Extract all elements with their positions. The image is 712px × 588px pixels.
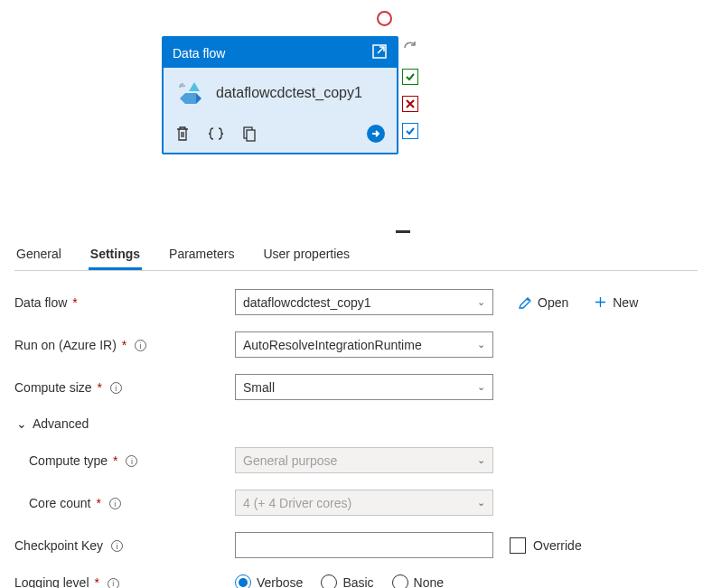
status-success-icon[interactable] [402, 69, 418, 85]
select-compute-size-value: Small [243, 380, 275, 395]
select-dataflow-value: dataflowcdctest_copy1 [243, 295, 371, 310]
select-compute-type-value: General purpose [243, 453, 337, 468]
row-run-on: Run on (Azure IR) * i AutoResolveIntegra… [14, 331, 698, 358]
card-header: Data flow [164, 38, 397, 68]
tab-general[interactable]: General [14, 241, 63, 270]
card-header-label: Data flow [173, 46, 225, 61]
activity-name: dataflowcdctest_copy1 [216, 85, 362, 101]
redo-icon[interactable] [402, 40, 418, 58]
chevron-down-icon: ⌄ [477, 497, 485, 509]
resize-handle[interactable] [396, 230, 410, 233]
row-checkpoint: Checkpoint Key i Override [14, 532, 698, 558]
radio-circle-icon [235, 574, 251, 588]
label-dataflow: Data flow * [14, 295, 235, 310]
advanced-toggle[interactable]: ⌄ Advanced [16, 416, 698, 431]
info-icon[interactable]: i [108, 578, 119, 589]
arrow-right-circle-icon[interactable] [366, 124, 386, 144]
select-core-count: 4 (+ 4 Driver cores) ⌄ [235, 490, 493, 516]
dataflow-icon [174, 77, 207, 109]
chevron-down-icon: ⌄ [16, 416, 27, 431]
label-compute-size: Compute size * i [14, 380, 235, 395]
chevron-down-icon: ⌄ [477, 454, 485, 466]
dataflow-activity-card[interactable]: Data flow dataflowcdctest_copy1 [162, 36, 398, 154]
info-icon[interactable]: i [111, 540, 123, 552]
radio-circle-icon [321, 574, 337, 588]
radio-none[interactable]: None [392, 574, 444, 588]
select-run-on[interactable]: AutoResolveIntegrationRuntime ⌄ [235, 331, 493, 358]
delete-icon[interactable] [174, 125, 191, 143]
status-fail-icon[interactable] [402, 96, 418, 112]
label-run-on: Run on (Azure IR) * i [14, 338, 235, 352]
row-core-count: Core count * i 4 (+ 4 Driver cores) ⌄ [14, 490, 698, 516]
row-compute-type: Compute type * i General purpose ⌄ [14, 447, 698, 473]
select-compute-size[interactable]: Small ⌄ [235, 374, 493, 400]
annotation-circle [377, 11, 392, 26]
card-footer [164, 118, 397, 153]
open-button[interactable]: Open [519, 295, 568, 310]
select-dataflow[interactable]: dataflowcdctest_copy1 ⌄ [235, 289, 493, 315]
chevron-down-icon: ⌄ [477, 296, 485, 308]
label-compute-type: Compute type * i [14, 453, 235, 468]
label-logging: Logging level * i [14, 575, 235, 588]
tab-parameters[interactable]: Parameters [167, 241, 236, 270]
open-external-icon[interactable] [371, 43, 388, 62]
select-compute-type: General purpose ⌄ [235, 447, 493, 473]
label-override: Override [533, 538, 582, 553]
row-logging: Logging level * i Verbose Basic None [14, 574, 698, 588]
radio-circle-icon [392, 574, 408, 588]
chevron-down-icon: ⌄ [477, 381, 485, 393]
activity-canvas: Data flow dataflowcdctest_copy1 [162, 36, 398, 154]
settings-form: Data flow * dataflowcdctest_copy1 ⌄ Open… [14, 289, 698, 588]
card-body: dataflowcdctest_copy1 [164, 68, 397, 118]
info-icon[interactable]: i [135, 340, 146, 351]
checkbox-override[interactable] [510, 537, 526, 554]
status-check-icon[interactable] [402, 123, 418, 139]
info-icon[interactable]: i [110, 382, 122, 394]
info-icon[interactable]: i [126, 455, 137, 467]
radio-basic[interactable]: Basic [321, 574, 373, 588]
info-icon[interactable]: i [109, 498, 121, 509]
copy-icon[interactable] [241, 125, 258, 143]
row-compute-size: Compute size * i Small ⌄ [14, 374, 698, 400]
tab-user-properties[interactable]: User properties [261, 241, 351, 270]
input-checkpoint-key[interactable] [235, 532, 493, 558]
select-core-count-value: 4 (+ 4 Driver cores) [243, 496, 351, 510]
radio-verbose[interactable]: Verbose [235, 574, 303, 588]
select-run-on-value: AutoResolveIntegrationRuntime [243, 338, 422, 352]
row-dataflow: Data flow * dataflowcdctest_copy1 ⌄ Open… [14, 289, 698, 315]
tab-bar: General Settings Parameters User propert… [14, 241, 698, 271]
radio-group-logging: Verbose Basic None [235, 574, 444, 588]
status-indicators [402, 40, 418, 139]
svg-rect-2 [247, 130, 255, 141]
label-checkpoint: Checkpoint Key i [14, 538, 235, 553]
new-button[interactable]: New [594, 295, 638, 310]
tab-settings[interactable]: Settings [89, 241, 142, 270]
braces-icon[interactable] [207, 125, 225, 143]
label-core-count: Core count * i [14, 496, 235, 510]
chevron-down-icon: ⌄ [477, 339, 485, 350]
